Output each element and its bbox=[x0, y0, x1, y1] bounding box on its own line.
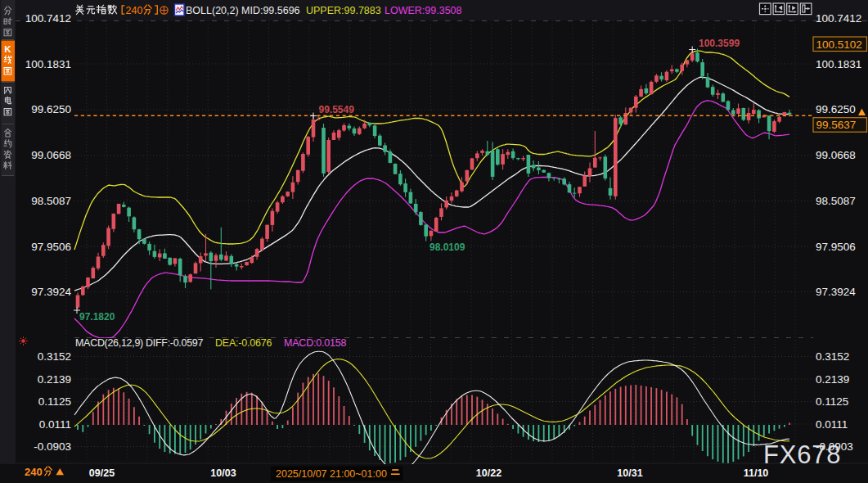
svg-text:FX678: FX678 bbox=[763, 440, 841, 469]
svg-text:0.3152: 0.3152 bbox=[38, 350, 71, 363]
svg-text:MACD(26,12,9) DIFF:-0.0597: MACD(26,12,9) DIFF:-0.0597 bbox=[75, 337, 203, 349]
svg-text:0.0111: 0.0111 bbox=[816, 418, 848, 431]
svg-text:99.5637: 99.5637 bbox=[816, 119, 857, 131]
svg-text:10/22: 10/22 bbox=[476, 467, 501, 479]
svg-text:97.3924: 97.3924 bbox=[31, 286, 71, 298]
svg-text:K: K bbox=[4, 44, 11, 54]
svg-text:0.1125: 0.1125 bbox=[816, 395, 848, 408]
svg-text:0.0111: 0.0111 bbox=[39, 418, 71, 431]
svg-text:240: 240 bbox=[25, 466, 43, 478]
svg-text:LOWER:99.3508: LOWER:99.3508 bbox=[385, 5, 462, 16]
svg-text:97.3924: 97.3924 bbox=[816, 286, 856, 298]
svg-text:99.0668: 99.0668 bbox=[31, 149, 71, 161]
svg-text:97.1820: 97.1820 bbox=[79, 311, 115, 323]
svg-text:MACD:0.0158: MACD:0.0158 bbox=[284, 337, 347, 349]
svg-text:100.7412: 100.7412 bbox=[816, 12, 861, 25]
svg-text:10/03: 10/03 bbox=[210, 467, 236, 479]
svg-text:11/10: 11/10 bbox=[744, 467, 769, 479]
svg-text:99.5549: 99.5549 bbox=[319, 104, 355, 115]
svg-text:98.5087: 98.5087 bbox=[31, 195, 71, 207]
svg-text:0.3152: 0.3152 bbox=[816, 350, 849, 363]
svg-text:0.2139: 0.2139 bbox=[816, 373, 849, 386]
svg-text:99.6250: 99.6250 bbox=[816, 103, 856, 115]
svg-text:09/25: 09/25 bbox=[89, 467, 115, 479]
svg-text:MID:99.5696: MID:99.5696 bbox=[241, 5, 300, 16]
svg-text:0.2139: 0.2139 bbox=[38, 373, 71, 386]
svg-text:100.1831: 100.1831 bbox=[25, 58, 71, 70]
svg-text:98.0109: 98.0109 bbox=[430, 242, 465, 253]
svg-text:100.1831: 100.1831 bbox=[816, 58, 861, 70]
svg-text:100.7412: 100.7412 bbox=[25, 12, 71, 25]
svg-text:100.3599: 100.3599 bbox=[699, 38, 740, 49]
svg-text:100.5102: 100.5102 bbox=[816, 38, 862, 51]
svg-text:UPPER:99.7883: UPPER:99.7883 bbox=[306, 5, 381, 16]
svg-text:10/31: 10/31 bbox=[617, 467, 642, 479]
svg-text:99.6250: 99.6250 bbox=[31, 103, 71, 115]
svg-text:BOLL(20,2): BOLL(20,2) bbox=[186, 5, 239, 16]
svg-text:240: 240 bbox=[126, 5, 143, 16]
svg-text:0.1125: 0.1125 bbox=[38, 395, 71, 408]
svg-text:97.9506: 97.9506 bbox=[31, 241, 71, 253]
svg-text:97.9506: 97.9506 bbox=[816, 241, 856, 253]
svg-text:99.0668: 99.0668 bbox=[816, 149, 856, 161]
svg-text:DEA:-0.0676: DEA:-0.0676 bbox=[215, 337, 272, 349]
svg-text:2025/10/07 21:00~01:00: 2025/10/07 21:00~01:00 bbox=[276, 468, 387, 480]
svg-text:-0.0903: -0.0903 bbox=[34, 440, 71, 453]
svg-text:98.5087: 98.5087 bbox=[816, 195, 856, 207]
